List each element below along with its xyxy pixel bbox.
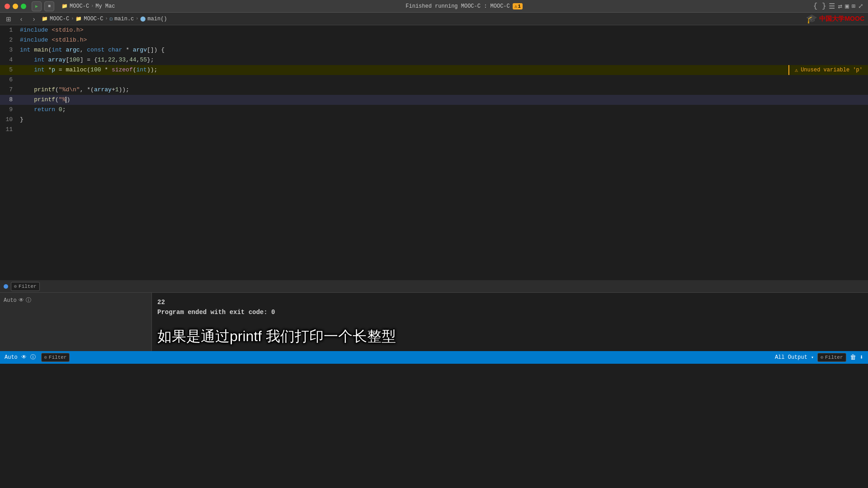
line-content-4: int array[100] = {11,22,33,44,55};: [18, 55, 868, 65]
minimize-button[interactable]: [13, 4, 18, 9]
breadcrumb-folder[interactable]: MOOC-C: [84, 16, 103, 22]
code-line-11: 11: [0, 125, 868, 135]
line-num-9: 9: [0, 105, 18, 115]
split-icon[interactable]: ⊞: [852, 2, 855, 10]
mooc-logo: 🎓 中国大学MOOC: [806, 13, 864, 24]
breadcrumb-func[interactable]: main(): [147, 16, 167, 22]
bottom-content: Auto 👁 ⓘ 22 Program ended with exit code…: [0, 293, 868, 351]
code-line-9: 9 return 0;: [0, 105, 868, 115]
project-icon: 📁: [61, 3, 68, 9]
line-num-4: 4: [0, 55, 18, 65]
target-label[interactable]: My Mac: [95, 3, 115, 9]
left-filter-box[interactable]: ⊙ Filter: [11, 282, 40, 291]
subtitle-text: 如果是通过printf 我们打印一个长整型: [157, 327, 863, 347]
stop-button[interactable]: ■: [44, 1, 54, 11]
eye-icon[interactable]: 👁: [19, 297, 24, 304]
code-line-4: 4 int array[100] = {11,22,33,44,55};: [0, 55, 868, 65]
debug-dot: [4, 284, 8, 289]
editor-area[interactable]: ⚠ Unused variable 'p' 1 #include <stdio.…: [0, 25, 868, 280]
chevron-down-icon: ▾: [811, 355, 814, 360]
line-num-3: 3: [0, 45, 18, 55]
status-text: Finished running MOOC-C : MOOC-C: [406, 3, 509, 9]
nav-forward-button[interactable]: ›: [29, 14, 39, 24]
filter-text-right: Filter: [825, 355, 843, 360]
line-num-5: 5: [0, 65, 18, 75]
status-right: All Output ▾ ⊙ Filter 🗑 ⬇: [775, 353, 863, 362]
warning-message: Unused variable 'p': [801, 67, 863, 73]
list-icon[interactable]: ☰: [829, 2, 835, 11]
code-line-8: 8 printf("%): [0, 95, 868, 105]
code-line-7: 7 printf("%d\n", *(array+1));: [0, 85, 868, 95]
line-content-1: #include <stdio.h>: [18, 25, 868, 35]
filter-icon-right: ⊙: [821, 355, 823, 360]
title-bar: ▶ ■ 📁 MOOC-C › My Mac Finished running M…: [0, 0, 868, 13]
warning-indicator: ⚠ Unused variable 'p': [788, 65, 868, 75]
breadcrumb-project[interactable]: MOOC-C: [50, 16, 69, 22]
info-status-icon[interactable]: ⓘ: [30, 353, 36, 361]
output-line1: 22: [157, 297, 863, 307]
breadcrumb-file[interactable]: main.c: [114, 16, 134, 22]
bottom-toolbar: ⊙ Filter: [0, 280, 868, 293]
warning-icon: ⚠: [795, 67, 798, 74]
line-content-3: int main(int argc, const char * argv[]) …: [18, 45, 868, 55]
line-num-8: 8: [0, 95, 18, 105]
nav-back-button[interactable]: ‹: [16, 14, 26, 24]
scheme-label[interactable]: MOOC-C: [70, 3, 89, 9]
toolbar-controls: ▶ ■: [32, 1, 54, 11]
filter-text-status: Filter: [49, 355, 67, 360]
filter-label-left: Filter: [19, 284, 37, 289]
info-icon[interactable]: ⓘ: [26, 296, 31, 304]
breadcrumb-func-icon: ⬤: [140, 16, 146, 22]
sep1: ›: [91, 4, 94, 9]
line-content-6: [18, 75, 868, 85]
maximize-button[interactable]: [21, 4, 26, 9]
line-num-2: 2: [0, 35, 18, 45]
status-bar: Auto 👁 ⓘ ⊙ Filter All Output ▾ ⊙ Filter …: [0, 351, 868, 364]
mooc-text: 中国大学MOOC: [819, 15, 864, 23]
line-num-1: 1: [0, 25, 18, 35]
mooc-icon: 🎓: [806, 13, 817, 24]
line-num-10: 10: [0, 115, 18, 125]
breadcrumb-file-icon: ◻: [109, 16, 113, 22]
auto-label: Auto: [4, 297, 17, 304]
filter-icon-status: ⊙: [44, 355, 47, 360]
toolbar2: ⊞ ‹ › 📁 MOOC-C › 📁 MOOC-C › ◻ main.c › ⬤…: [0, 13, 868, 25]
code-line-6: 6: [0, 75, 868, 85]
line-content-8: printf("%): [18, 95, 868, 105]
status-area: Finished running MOOC-C : MOOC-C ⚠1: [118, 3, 809, 9]
line-content-2: #include <stdlib.h>: [18, 35, 868, 45]
download-icon[interactable]: ⬇: [860, 353, 863, 361]
status-filter-left[interactable]: ⊙ Filter: [41, 353, 70, 362]
eye-status-icon[interactable]: 👁: [21, 354, 27, 361]
all-output-label[interactable]: All Output: [775, 354, 807, 361]
output-line2: Program ended with exit code: 0: [157, 307, 863, 317]
status-filter-right[interactable]: ⊙ Filter: [817, 353, 846, 362]
line-num-11: 11: [0, 125, 18, 135]
breadcrumb2: 📁 MOOC-C › 📁 MOOC-C › ◻ main.c › ⬤ main(…: [42, 16, 167, 22]
line-num-6: 6: [0, 75, 18, 85]
breadcrumb-project-icon: 📁: [42, 16, 48, 22]
line-content-10: }: [18, 115, 868, 125]
nav-grid-button[interactable]: ⊞: [4, 14, 14, 24]
code-line-3: 3 int main(int argc, const char * argv[]…: [0, 45, 868, 55]
status-left: Auto 👁 ⓘ: [5, 353, 36, 361]
warning-count-badge[interactable]: ⚠1: [513, 3, 523, 9]
breadcrumb-folder-icon: 📁: [75, 16, 82, 22]
line-content-9: return 0;: [18, 105, 868, 115]
code-line-5: 5 int *p = malloc(100 * sizeof(int));: [0, 65, 868, 75]
filter-icon-left: ⊙: [14, 284, 17, 289]
navigate-icon[interactable]: ⇄: [838, 2, 842, 11]
trash-icon[interactable]: 🗑: [850, 354, 856, 361]
output-sidebar: Auto 👁 ⓘ: [0, 293, 152, 351]
run-button[interactable]: ▶: [32, 1, 42, 11]
layout-icon[interactable]: ▣: [845, 2, 849, 10]
auto-status-label[interactable]: Auto: [5, 354, 18, 361]
output-main: 22 Program ended with exit code: 0 如果是通过…: [152, 293, 868, 351]
code-fold-icon[interactable]: { }: [813, 2, 826, 10]
debug-tab[interactable]: [4, 284, 8, 289]
breadcrumb-area: 📁 MOOC-C › My Mac: [61, 3, 115, 9]
line-num-7: 7: [0, 85, 18, 95]
line-content-5: int *p = malloc(100 * sizeof(int));: [18, 65, 868, 75]
expand-icon[interactable]: ⤢: [858, 2, 863, 10]
close-button[interactable]: [5, 4, 10, 9]
